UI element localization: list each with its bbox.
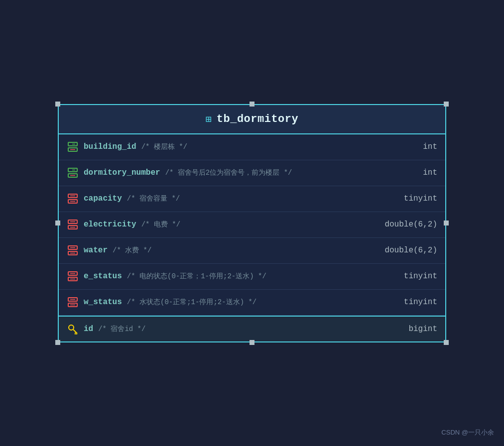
field-name: w_status — [84, 298, 122, 307]
field-icon — [67, 219, 79, 230]
field-row: capacity/* 宿舍容量 */tinyint — [59, 186, 445, 212]
field-name: building_id — [84, 142, 136, 151]
handle-tr[interactable] — [444, 102, 449, 107]
svg-point-30 — [69, 325, 74, 330]
table-header: ⊞ tb_dormitory — [59, 105, 445, 134]
table-grid-icon: ⊞ — [206, 113, 212, 125]
table-title: tb_dormitory — [217, 113, 298, 125]
field-row: building_id/* 楼层栋 */int — [59, 134, 445, 160]
field-type: tinyint — [398, 298, 437, 307]
field-icon — [67, 270, 79, 282]
field-name: e_status — [84, 272, 122, 281]
field-type: int — [417, 142, 437, 151]
fk-icon — [67, 167, 79, 179]
handle-bc[interactable] — [250, 340, 254, 345]
field-row: water/* 水费 */double(6,2) — [59, 238, 445, 264]
diagram-wrapper: ⊞ tb_dormitory building_id/* 楼层栋 */int — [58, 104, 446, 342]
field-type: int — [417, 168, 437, 177]
field-comment: /* 水费 */ — [113, 246, 151, 255]
handle-bl[interactable] — [55, 340, 60, 345]
handle-mr[interactable] — [444, 221, 449, 225]
field-name: water — [84, 246, 108, 255]
field-row: dormitory_number/* 宿舍号后2位为宿舍号，前为楼层 */int — [59, 160, 445, 186]
handle-tl[interactable] — [55, 102, 60, 107]
pk-field-name: id — [84, 325, 93, 334]
watermark: CSDN @一只小余 — [441, 428, 494, 437]
fk-icon — [67, 141, 79, 153]
pk-field-type: bigint — [402, 325, 437, 334]
handle-tc[interactable] — [250, 102, 254, 107]
field-name: dormitory_number — [84, 168, 160, 177]
field-row: w_status/* 水状态(0-正常;1-停用;2-送水) */tinyint — [59, 290, 445, 316]
pk-field-comment: /* 宿舍id */ — [98, 325, 145, 334]
field-row: e_status/* 电的状态(0-正常；1-停用;2-送水) */tinyin… — [59, 264, 445, 290]
pk-field-row: id/* 宿舍id */bigint — [59, 316, 445, 341]
field-name: electricity — [84, 220, 136, 229]
handle-ml[interactable] — [55, 221, 60, 225]
field-comment: /* 宿舍号后2位为宿舍号，前为楼层 */ — [165, 168, 292, 177]
field-type: tinyint — [398, 272, 437, 281]
table-card: ⊞ tb_dormitory building_id/* 楼层栋 */int — [58, 104, 446, 342]
field-comment: /* 楼层栋 */ — [141, 142, 187, 151]
field-type: tinyint — [398, 194, 437, 203]
pk-icon — [67, 323, 79, 335]
field-icon — [67, 193, 79, 205]
handle-br[interactable] — [444, 340, 449, 345]
field-type: double(6,2) — [378, 220, 437, 229]
field-comment: /* 电的状态(0-正常；1-停用;2-送水) */ — [127, 272, 266, 281]
field-icon — [67, 244, 79, 256]
field-icon — [67, 296, 79, 308]
field-row: electricity/* 电费 */double(6,2) — [59, 212, 445, 238]
field-name: capacity — [84, 194, 122, 203]
field-type: double(6,2) — [378, 246, 437, 255]
field-comment: /* 宿舍容量 */ — [127, 194, 180, 203]
field-comment: /* 水状态(0-正常;1-停用;2-送水) */ — [127, 298, 256, 307]
field-comment: /* 电费 */ — [141, 220, 180, 229]
table-body: building_id/* 楼层栋 */int dormitory_number… — [59, 134, 445, 341]
